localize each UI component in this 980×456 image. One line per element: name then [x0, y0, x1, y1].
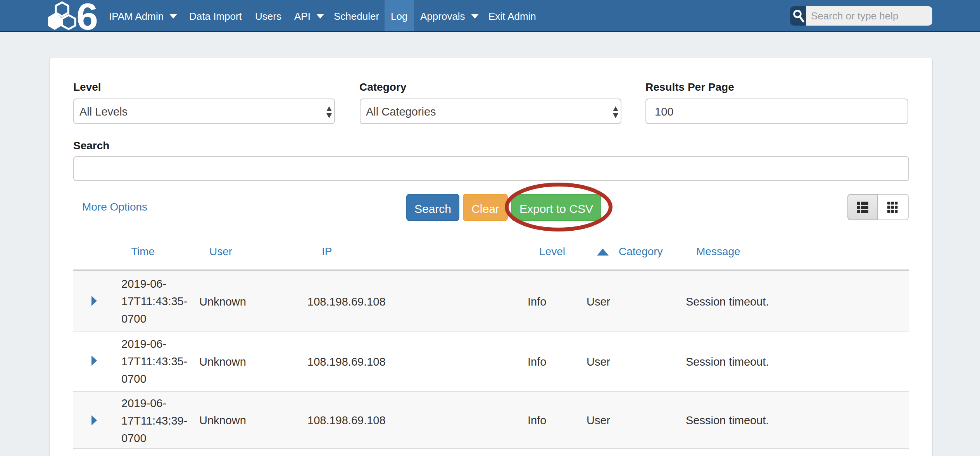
svg-text:6: 6 [76, 0, 98, 31]
